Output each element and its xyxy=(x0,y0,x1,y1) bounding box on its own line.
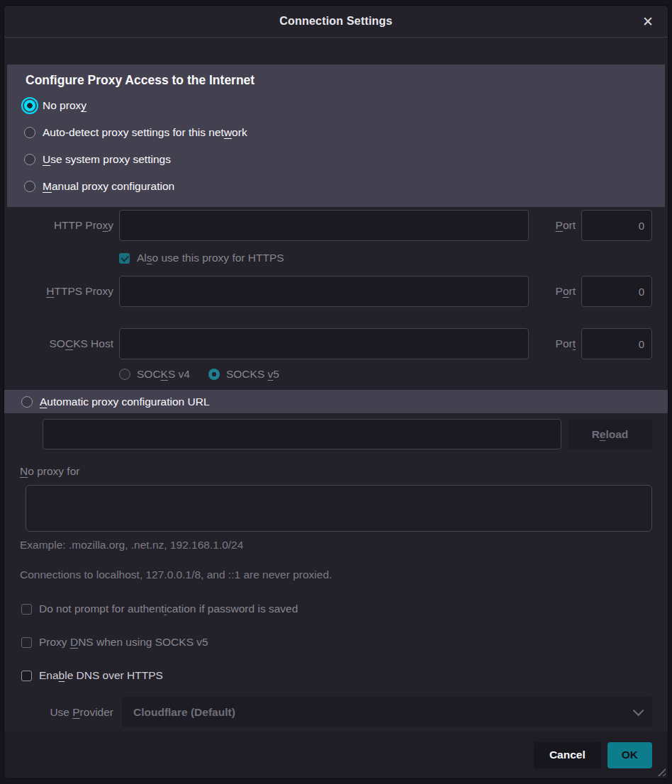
enable-doh-checkbox-row[interactable]: Enable DNS over HTTPS xyxy=(21,669,668,682)
provider-selected-value: Cloudflare (Default) xyxy=(133,706,235,719)
radio-system-proxy[interactable]: Use system proxy settings xyxy=(24,146,665,173)
radio-button-icon[interactable] xyxy=(24,100,35,111)
https-port-input xyxy=(581,276,652,307)
socks-host-input xyxy=(119,328,529,359)
radio-socks-v4: SOCKS v4 xyxy=(119,368,190,381)
radio-auto-detect-label: Auto-detect proxy settings for this netw… xyxy=(43,126,247,139)
proxy-dns-checkbox-row: Proxy DNS when using SOCKS v5 xyxy=(21,636,668,649)
radio-button-icon xyxy=(208,369,220,380)
cancel-button[interactable]: Cancel xyxy=(534,742,601,768)
automatic-proxy-url-label: Automatic proxy configuration URL xyxy=(40,396,210,408)
proxy-dns-label: Proxy DNS when using SOCKS v5 xyxy=(39,636,208,649)
socks-v4-label: SOCKS v4 xyxy=(137,368,190,381)
https-port-label: Port xyxy=(534,285,576,298)
automatic-url-input xyxy=(43,419,561,449)
provider-select: Cloudflare (Default) xyxy=(122,697,652,727)
panel-heading: Configure Proxy Access to the Internet xyxy=(26,73,665,88)
no-proxy-example-text: Example: .mozilla.org, .net.nz, 192.168.… xyxy=(20,539,668,551)
connection-settings-dialog: Connection Settings ✕ Configure Proxy Ac… xyxy=(4,6,668,778)
radio-button-icon[interactable] xyxy=(24,127,35,138)
checkbox-icon xyxy=(21,637,32,648)
socks-host-label: SOCKS Host xyxy=(4,337,113,350)
radio-system-proxy-label: Use system proxy settings xyxy=(43,153,171,166)
radio-no-proxy-label: No proxy xyxy=(43,99,86,112)
http-port-label: Port xyxy=(534,219,576,232)
chevron-down-icon xyxy=(633,705,644,717)
checkbox-icon[interactable] xyxy=(21,671,32,681)
https-proxy-label: HTTPS Proxy xyxy=(4,285,113,298)
radio-button-icon[interactable] xyxy=(24,154,35,165)
localhost-note-text: Connections to localhost, 127.0.0.1/8, a… xyxy=(20,569,668,581)
provider-row: Use Provider Cloudflare (Default) xyxy=(4,697,668,727)
also-https-checkbox-row: Also use this proxy for HTTPS xyxy=(119,252,668,264)
socks-port-input xyxy=(581,328,652,359)
radio-auto-detect[interactable]: Auto-detect proxy settings for this netw… xyxy=(24,119,665,146)
dialog-footer: Cancel OK xyxy=(4,732,668,778)
radio-automatic-proxy-url[interactable]: Automatic proxy configuration URL xyxy=(4,390,668,413)
http-port-input xyxy=(581,210,652,241)
no-auth-prompt-checkbox-row: Do not prompt for authentication if pass… xyxy=(21,603,668,615)
automatic-url-row: Reload xyxy=(43,419,652,449)
radio-button-icon[interactable] xyxy=(21,396,33,408)
http-proxy-input xyxy=(119,210,529,241)
http-proxy-label: HTTP Proxy xyxy=(4,219,113,232)
proxy-mode-panel: Configure Proxy Access to the Internet N… xyxy=(7,65,665,207)
radio-socks-v5: SOCKS v5 xyxy=(208,368,279,381)
reload-button: Reload xyxy=(568,420,652,449)
no-proxy-for-textarea xyxy=(26,485,652,532)
dialog-title: Connection Settings xyxy=(279,15,392,28)
http-proxy-row: HTTP Proxy Port xyxy=(4,210,668,241)
socks-v5-label: SOCKS v5 xyxy=(226,368,279,381)
no-proxy-for-label: No proxy for xyxy=(20,465,668,478)
radio-no-proxy[interactable]: No proxy xyxy=(24,92,665,119)
socks-version-row: SOCKS v4 SOCKS v5 xyxy=(119,368,668,381)
use-provider-label: Use Provider xyxy=(4,706,113,719)
socks-port-label: Port xyxy=(534,337,576,350)
socks-host-row: SOCKS Host Port xyxy=(4,328,668,359)
radio-manual-proxy[interactable]: Manual proxy configuration xyxy=(24,173,665,200)
radio-button-icon[interactable] xyxy=(24,181,35,192)
https-proxy-row: HTTPS Proxy Port xyxy=(4,276,668,307)
check-icon xyxy=(121,253,129,262)
resize-grip[interactable] xyxy=(656,766,666,776)
radio-manual-proxy-label: Manual proxy configuration xyxy=(43,180,174,193)
ok-button[interactable]: OK xyxy=(607,742,652,768)
close-icon[interactable]: ✕ xyxy=(638,11,658,31)
dialog-content: Configure Proxy Access to the Internet N… xyxy=(4,38,668,732)
also-https-label: Also use this proxy for HTTPS xyxy=(137,252,284,264)
radio-button-icon xyxy=(119,369,130,380)
dialog-titlebar: Connection Settings ✕ xyxy=(4,6,668,38)
no-auth-prompt-label: Do not prompt for authentication if pass… xyxy=(39,603,298,615)
checkbox-checked-icon xyxy=(119,253,130,264)
enable-doh-label: Enable DNS over HTTPS xyxy=(39,669,163,682)
https-proxy-input xyxy=(119,276,529,307)
checkbox-icon xyxy=(21,604,32,615)
